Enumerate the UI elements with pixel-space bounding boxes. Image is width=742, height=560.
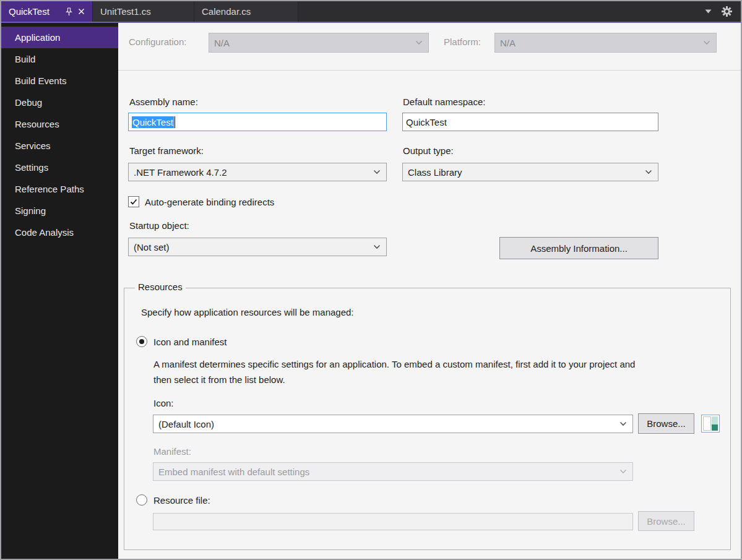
configuration-value: N/A [214, 38, 230, 48]
sidebar-item-services[interactable]: Services [1, 135, 118, 157]
gear-icon[interactable] [722, 6, 732, 17]
platform-select: N/A [494, 33, 717, 53]
property-pages-sidebar: Application Build Build Events Debug Res… [1, 23, 118, 559]
assembly-name-label: Assembly name: [129, 97, 198, 107]
resources-group-title: Resources [135, 282, 186, 292]
icon-preview-image [712, 416, 718, 431]
resources-description: Specify how application resources will b… [141, 307, 354, 317]
resources-groupbox: Resources Specify how application resour… [124, 288, 731, 550]
chevron-down-icon [373, 244, 381, 249]
sidebar-item-code-analysis[interactable]: Code Analysis [1, 222, 118, 243]
default-namespace-label: Default namespace: [403, 97, 485, 107]
section-divider [118, 70, 741, 71]
sidebar-item-reference-paths[interactable]: Reference Paths [1, 178, 118, 200]
icon-preview-page [703, 416, 711, 431]
icon-browse-button[interactable]: Browse... [638, 413, 694, 434]
chevron-down-icon [703, 40, 710, 45]
tab-calendar[interactable]: Calendar.cs [194, 1, 298, 22]
chevron-down-icon [619, 421, 627, 426]
resource-file-input [153, 513, 633, 530]
manifest-select: Embed manifest with default settings [153, 462, 633, 481]
resource-file-radio[interactable] [136, 494, 147, 506]
sidebar-item-signing[interactable]: Signing [1, 200, 118, 222]
manifest-label: Manifest: [153, 446, 191, 457]
selected-text: QuickTest [132, 116, 174, 128]
startup-object-value: (Not set) [134, 242, 170, 252]
configuration-label: Configuration: [129, 37, 186, 47]
tab-quicktest[interactable]: QuickTest [1, 1, 93, 22]
check-icon [130, 199, 137, 205]
chevron-down-icon [645, 170, 652, 174]
sidebar-item-build-events[interactable]: Build Events [1, 70, 118, 92]
application-property-page: Configuration: N/A Platform: N/A Assembl… [118, 23, 741, 559]
output-type-value: Class Library [408, 167, 462, 178]
assembly-name-input[interactable]: QuickTest [128, 113, 387, 131]
sidebar-item-build[interactable]: Build [1, 48, 118, 70]
sidebar-item-debug[interactable]: Debug [1, 92, 118, 113]
resource-file-browse-button: Browse... [638, 511, 694, 531]
resource-file-label: Resource file: [153, 495, 210, 506]
platform-value: N/A [500, 38, 516, 48]
icon-select[interactable]: (Default Icon) [153, 415, 633, 433]
manifest-help-text: A manifest determines specific settings … [153, 356, 649, 387]
tab-label: QuickTest [9, 6, 50, 17]
tab-icon-group [66, 7, 85, 16]
target-framework-value: .NET Framework 4.7.2 [134, 167, 227, 178]
default-namespace-input[interactable] [402, 113, 658, 131]
pin-icon[interactable] [66, 7, 72, 16]
close-icon[interactable] [78, 8, 85, 15]
document-list-chevron-icon[interactable] [705, 9, 712, 14]
target-framework-label: Target framework: [129, 145, 204, 156]
sidebar-item-resources[interactable]: Resources [1, 113, 118, 135]
assembly-information-button[interactable]: Assembly Information... [499, 237, 658, 259]
document-tab-bar: QuickTest UnitTest1.cs Calendar.cs [1, 1, 741, 22]
manifest-value: Embed manifest with default settings [158, 467, 309, 477]
startup-object-label: Startup object: [129, 220, 189, 231]
tabbar-tools [705, 1, 741, 22]
output-type-select[interactable]: Class Library [402, 163, 658, 181]
autogen-binding-redirects-checkbox[interactable] [128, 196, 139, 207]
application-icon-preview [701, 415, 720, 433]
autogen-binding-redirects-label: Auto-generate binding redirects [145, 197, 274, 207]
platform-label: Platform: [444, 37, 481, 47]
text-caret [175, 116, 175, 128]
icon-and-manifest-radio[interactable] [136, 336, 147, 347]
chevron-down-icon [415, 40, 423, 45]
icon-label: Icon: [153, 398, 174, 408]
tab-unittest1[interactable]: UnitTest1.cs [93, 1, 194, 22]
chevron-down-icon [619, 469, 627, 474]
project-properties-window: QuickTest UnitTest1.cs Calendar.cs [0, 0, 742, 560]
target-framework-select[interactable]: .NET Framework 4.7.2 [128, 163, 387, 181]
configuration-select: N/A [209, 33, 429, 53]
icon-and-manifest-label: Icon and manifest [153, 337, 226, 347]
sidebar-item-settings[interactable]: Settings [1, 157, 118, 178]
tab-label: UnitTest1.cs [100, 6, 151, 17]
startup-object-select[interactable]: (Not set) [128, 238, 387, 256]
sidebar-item-application[interactable]: Application [1, 27, 118, 48]
tab-label: Calendar.cs [202, 6, 251, 17]
output-type-label: Output type: [403, 145, 454, 156]
chevron-down-icon [373, 170, 381, 174]
icon-value: (Default Icon) [158, 419, 214, 429]
